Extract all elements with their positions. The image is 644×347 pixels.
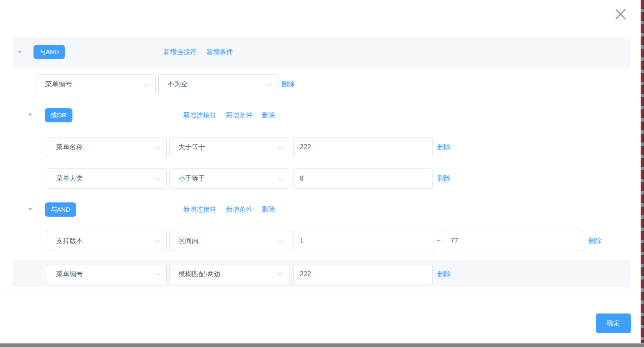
or-group-actions: 新增连接符 新增条件 删除 bbox=[183, 108, 275, 123]
add-condition-link[interactable]: 新增条件 bbox=[226, 111, 252, 120]
value-input[interactable] bbox=[293, 168, 433, 189]
chevron-down-icon bbox=[155, 237, 160, 243]
connector-badge-or[interactable]: 或OR bbox=[45, 108, 72, 122]
condition-row: 菜单编号 不为空 删除 bbox=[36, 74, 295, 94]
operator-select[interactable]: 模糊匹配-两边 bbox=[169, 264, 289, 284]
chevron-down-icon bbox=[155, 270, 160, 276]
field-select[interactable]: 菜单编号 bbox=[36, 74, 156, 94]
chevron-down-icon bbox=[277, 270, 283, 276]
window-bottom-bar bbox=[0, 343, 644, 347]
condition-row: 菜单名称 大于等于 删除 bbox=[47, 137, 451, 157]
delete-condition-link[interactable]: 删除 bbox=[437, 270, 451, 279]
delete-condition-link[interactable]: 删除 bbox=[437, 174, 451, 183]
and-group-actions: 新增连接符 新增条件 删除 bbox=[183, 202, 275, 217]
add-condition-link[interactable]: 新增条件 bbox=[226, 205, 252, 214]
condition-row: 菜单大类 小于等于 删除 bbox=[47, 168, 451, 189]
value-input[interactable] bbox=[293, 264, 433, 284]
value-input[interactable] bbox=[293, 137, 433, 157]
close-icon[interactable] bbox=[612, 6, 629, 23]
page-edge-strip bbox=[641, 0, 644, 347]
delete-group-link[interactable]: 删除 bbox=[262, 205, 275, 214]
delete-group-link[interactable]: 删除 bbox=[262, 111, 275, 120]
chevron-down-icon bbox=[277, 143, 283, 149]
chevron-down-icon bbox=[277, 175, 283, 181]
condition-row: 支持版本 区间内 ~ 删除 bbox=[47, 231, 602, 251]
connector-badge-and[interactable]: 与AND bbox=[45, 202, 76, 217]
collapse-caret-icon[interactable] bbox=[18, 51, 22, 53]
chevron-down-icon bbox=[277, 237, 283, 243]
confirm-button[interactable]: 确定 bbox=[596, 313, 631, 333]
operator-select[interactable]: 区间内 bbox=[169, 231, 289, 251]
chevron-down-icon bbox=[155, 175, 160, 181]
add-connector-link[interactable]: 新增连接符 bbox=[183, 205, 216, 214]
delete-condition-link[interactable]: 删除 bbox=[437, 143, 451, 152]
operator-select[interactable]: 大于等于 bbox=[169, 137, 289, 157]
field-select[interactable]: 支持版本 bbox=[47, 231, 167, 251]
delete-condition-link[interactable]: 删除 bbox=[588, 237, 602, 246]
operator-select[interactable]: 小于等于 bbox=[169, 168, 289, 189]
delete-condition-link[interactable]: 删除 bbox=[281, 80, 295, 89]
range-from-input[interactable] bbox=[293, 231, 433, 251]
connector-badge-root[interactable]: 与AND bbox=[33, 45, 65, 59]
range-to-input[interactable] bbox=[444, 231, 584, 251]
collapse-caret-icon[interactable] bbox=[28, 114, 32, 116]
field-select[interactable]: 菜单大类 bbox=[47, 168, 167, 189]
close-x-glyph bbox=[614, 8, 627, 21]
add-connector-link[interactable]: 新增连接符 bbox=[163, 48, 197, 57]
operator-select[interactable]: 不为空 bbox=[158, 74, 278, 94]
condition-row: 菜单编号 模糊匹配-两边 删除 bbox=[47, 264, 451, 284]
add-connector-link[interactable]: 新增连接符 bbox=[183, 111, 216, 120]
footer-divider bbox=[0, 295, 640, 295]
root-group-header-band bbox=[13, 37, 631, 67]
chevron-down-icon bbox=[144, 80, 149, 86]
chevron-down-icon bbox=[155, 143, 160, 149]
field-select[interactable]: 菜单名称 bbox=[47, 137, 167, 157]
add-condition-link[interactable]: 新增条件 bbox=[206, 48, 233, 57]
field-select[interactable]: 菜单编号 bbox=[47, 264, 167, 284]
range-tilde: ~ bbox=[433, 237, 444, 245]
filter-builder-dialog: 与AND 新增连接符 新增条件 菜单编号 不为空 删除 或OR 新增连接符 新增… bbox=[0, 0, 644, 347]
collapse-caret-icon[interactable] bbox=[28, 208, 32, 210]
chevron-down-icon bbox=[266, 80, 272, 86]
root-group-actions: 新增连接符 新增条件 bbox=[163, 45, 233, 60]
